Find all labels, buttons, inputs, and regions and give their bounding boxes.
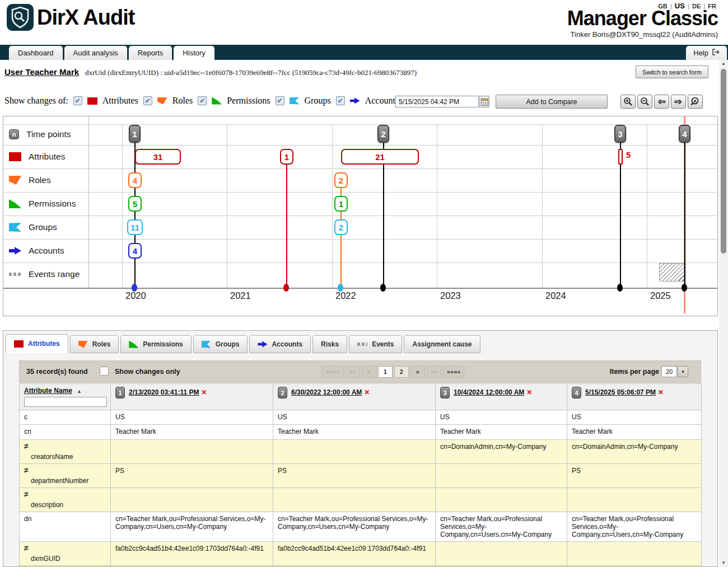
show-changes-only-checkbox[interactable]	[100, 367, 109, 376]
change-2022-groups-count[interactable]: 2	[334, 219, 348, 235]
tp1-accounts-count[interactable]: 4	[128, 243, 142, 259]
grid-line	[3, 215, 717, 216]
row-label-permissions: Permissions	[3, 192, 88, 215]
page-1-button[interactable]: 1	[378, 366, 393, 378]
attribute-name-cell: ≠ creatorsName	[20, 440, 111, 464]
tp3-attributes-range-box[interactable]	[618, 149, 623, 165]
attribute-name-sort[interactable]: Attribute Name	[24, 387, 72, 395]
tp3-axis-dot	[617, 284, 623, 292]
attributes-checkbox[interactable]: ✔	[73, 96, 82, 105]
timepoint-1-badge[interactable]: 1	[129, 125, 141, 143]
accounts-checkbox[interactable]: ✔	[336, 96, 345, 105]
not-equal-icon: ≠	[24, 491, 106, 498]
attribute-name-filter-input[interactable]	[24, 397, 107, 407]
timeline-zoom-toolbar: ⇦ ⇨ A	[620, 95, 703, 109]
column-4-date-link[interactable]: 5/15/2025 05:06:07 PM	[585, 388, 656, 396]
page-next-button[interactable]: »	[410, 366, 425, 378]
main-nav-bar: Dashboard Audit analysis Reports History…	[0, 45, 728, 60]
tp1-roles-count[interactable]: 4	[128, 172, 142, 188]
page-2-button[interactable]: 2	[394, 366, 409, 378]
results-tab-events[interactable]: Events	[349, 335, 402, 353]
scrollbar-thumb[interactable]	[721, 69, 726, 254]
row-label-accounts: Accounts	[3, 239, 88, 263]
year-label-2020: 2020	[125, 290, 146, 301]
groups-checkbox[interactable]: ✔	[276, 96, 284, 105]
sort-asc-icon: ▲	[77, 388, 82, 394]
records-found-label: 35 record(s) found	[26, 368, 88, 376]
column-1-remove-icon[interactable]: ✕	[201, 388, 207, 396]
value-cell	[436, 488, 567, 512]
timepoint-2-badge[interactable]: 2	[377, 125, 389, 143]
results-tab-assignment-cause[interactable]: Assignment cause	[404, 335, 480, 353]
events-range-icon	[357, 343, 367, 346]
value-cell: PS	[111, 464, 273, 488]
change-2022-axis-dot	[338, 284, 343, 292]
column-1-badge: 1	[115, 387, 125, 399]
roles-checkbox[interactable]: ✔	[143, 96, 152, 105]
results-tab-roles[interactable]: Roles	[70, 335, 119, 353]
attributes-filter-label: Attributes	[102, 96, 138, 106]
tab-reports[interactable]: Reports	[129, 46, 172, 60]
add-to-compare-button[interactable]: Add to Compare	[496, 95, 608, 109]
permissions-checkbox[interactable]: ✔	[198, 96, 207, 105]
tp2-attributes-count[interactable]: 21	[341, 149, 419, 165]
change-2021-line	[286, 150, 287, 288]
value-cell	[567, 542, 702, 566]
step-left-button[interactable]: ⇦	[654, 95, 669, 109]
column-1-date-link[interactable]: 2/13/2020 03:41:11 PM	[129, 388, 199, 396]
items-per-page-value[interactable]: 20	[661, 366, 677, 377]
items-per-page-dropdown-button[interactable]: ▼	[678, 366, 688, 377]
timeline-date-input[interactable]	[395, 96, 479, 107]
tp1-groups-count[interactable]: 11	[127, 219, 143, 235]
column-3-remove-icon[interactable]: ✕	[526, 388, 532, 396]
timepoint-1-line	[134, 143, 136, 288]
help-button[interactable]: Help	[686, 46, 727, 60]
column-4-remove-icon[interactable]: ✕	[658, 388, 664, 396]
results-tab-risks[interactable]: Risks	[312, 335, 347, 353]
attributes-flag-icon	[87, 97, 97, 105]
change-2022-roles-count[interactable]: 2	[334, 172, 348, 188]
results-tab-groups[interactable]: Groups	[193, 335, 248, 353]
events-range-box[interactable]	[659, 263, 684, 282]
value-cell: fa0b2cc9c4ad51b4:42ee1c09:1703dd764a0:-4…	[111, 542, 273, 566]
calendar-picker-button[interactable]	[479, 96, 489, 107]
timepoint-3-badge[interactable]: 3	[614, 125, 626, 143]
roles-flag-icon	[78, 341, 88, 348]
value-cell	[567, 488, 702, 512]
tab-history[interactable]: History	[174, 46, 214, 60]
tp1-attributes-count[interactable]: 31	[135, 149, 181, 165]
tab-dashboard[interactable]: Dashboard	[9, 46, 63, 60]
permissions-flag-icon	[9, 199, 21, 208]
page-fwd5-button: »»	[427, 366, 441, 378]
change-2022-permissions-count[interactable]: 1	[334, 196, 348, 212]
results-tab-attributes[interactable]: Attributes	[6, 334, 68, 353]
value-cell: cn=Teacher Mark,ou=Professional Services…	[567, 512, 702, 542]
step-right-button[interactable]: ⇨	[671, 95, 686, 109]
tp1-permissions-count[interactable]: 5	[128, 196, 142, 212]
timepoint-4-badge[interactable]: 4	[679, 125, 690, 143]
auto-zoom-button[interactable]: A	[688, 95, 703, 109]
results-tab-permissions[interactable]: Permissions	[120, 335, 191, 353]
tab-audit-analysis[interactable]: Audit analysis	[64, 46, 127, 60]
column-3-date-link[interactable]: 10/4/2024 12:00:00 AM	[454, 388, 524, 396]
scroll-up-arrow[interactable]: ▲	[719, 60, 728, 68]
attributes-flag-icon	[14, 340, 24, 348]
results-tab-accounts[interactable]: Accounts	[249, 335, 311, 353]
subject-user-link[interactable]: User Teacher Mark	[4, 67, 79, 77]
tp3-attributes-count[interactable]: 5	[626, 150, 631, 160]
table-row-changed: ≠ dxmGUID fa0b2cc9c4ad51b4:42ee1c09:1703…	[20, 542, 702, 566]
table-row: c US US US US	[20, 410, 702, 425]
zoom-out-button[interactable]	[637, 95, 652, 109]
groups-flag-icon	[290, 97, 300, 105]
page-last-button[interactable]: »»»»	[443, 366, 464, 378]
column-2-date-link[interactable]: 6/30/2022 12:00:00 AM	[291, 388, 362, 396]
value-cell	[111, 440, 273, 464]
zoom-in-button[interactable]	[620, 95, 636, 109]
grid-line	[3, 192, 717, 193]
switch-to-search-form-button[interactable]: Switch to search form	[636, 65, 708, 78]
scroll-down-arrow[interactable]: ▼	[719, 559, 728, 567]
change-2021-attributes-count[interactable]: 1	[280, 149, 293, 165]
value-cell: US	[567, 410, 702, 425]
column-2-remove-icon[interactable]: ✕	[364, 388, 370, 396]
value-cell: Teacher Mark	[567, 425, 702, 440]
